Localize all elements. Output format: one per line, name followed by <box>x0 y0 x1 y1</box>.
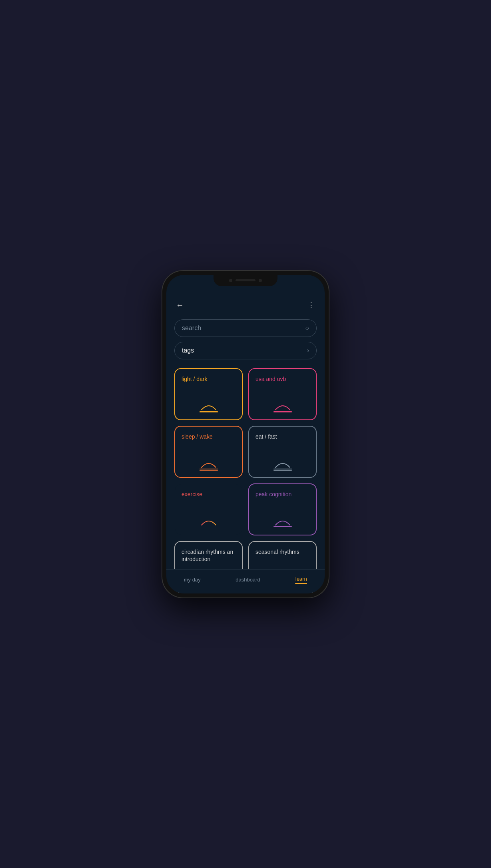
tags-bar[interactable]: tags › <box>174 342 317 359</box>
bottom-nav: my day dashboard learn <box>166 569 325 593</box>
card-exercise[interactable]: exercise <box>174 483 243 535</box>
card-icon-peak-cognition <box>255 508 309 528</box>
search-icon: ○ <box>305 325 309 332</box>
card-icon-exercise <box>182 508 236 528</box>
chevron-right-icon: › <box>307 347 309 354</box>
nav-item-dashboard[interactable]: dashboard <box>231 575 265 584</box>
top-bar: ← ⋮ <box>174 299 317 311</box>
card-icon-sleep-wake <box>182 451 236 471</box>
card-light-dark[interactable]: light / dark <box>174 368 243 420</box>
notch-speaker <box>236 279 255 281</box>
nav-label-my-day: my day <box>184 577 201 583</box>
nav-item-learn[interactable]: learn <box>290 574 312 585</box>
card-icon-light-dark <box>182 393 236 413</box>
card-label-sleep-wake: sleep / wake <box>182 433 236 440</box>
phone-notch <box>214 275 277 286</box>
card-label-peak-cognition: peak cognition <box>255 491 309 498</box>
nav-item-my-day[interactable]: my day <box>179 575 206 584</box>
card-label-exercise: exercise <box>182 491 236 498</box>
notch-camera <box>229 279 232 282</box>
nav-label-dashboard: dashboard <box>236 577 260 583</box>
card-uva-uvb[interactable]: uva and uvb <box>248 368 317 420</box>
screen-content: ← ⋮ search ○ tags › light / dark <box>166 275 325 593</box>
card-label-light-dark: light / dark <box>182 375 236 383</box>
search-placeholder: search <box>182 325 201 332</box>
card-icon-eat-fast <box>255 451 309 471</box>
card-label-eat-fast: eat / fast <box>255 433 309 440</box>
card-eat-fast[interactable]: eat / fast <box>248 426 317 478</box>
notch-sensor <box>259 279 262 282</box>
card-peak-cognition[interactable]: peak cognition <box>248 483 317 535</box>
phone-frame: ← ⋮ search ○ tags › light / dark <box>162 270 329 598</box>
card-label-circadian: circadian rhythms an introduction <box>182 548 236 563</box>
nav-label-learn: learn <box>295 576 307 582</box>
tags-label: tags <box>182 347 194 354</box>
nav-active-indicator <box>295 583 307 584</box>
card-label-uva-uvb: uva and uvb <box>255 375 309 383</box>
search-bar[interactable]: search ○ <box>174 319 317 337</box>
card-sleep-wake[interactable]: sleep / wake <box>174 426 243 478</box>
card-icon-uva-uvb <box>255 393 309 413</box>
more-button[interactable]: ⋮ <box>306 299 317 311</box>
back-button[interactable]: ← <box>174 299 186 311</box>
phone-screen: ← ⋮ search ○ tags › light / dark <box>166 275 325 593</box>
cards-grid: light / dark uva and uvb <box>174 368 317 593</box>
card-label-seasonal: seasonal rhythms <box>255 548 309 555</box>
